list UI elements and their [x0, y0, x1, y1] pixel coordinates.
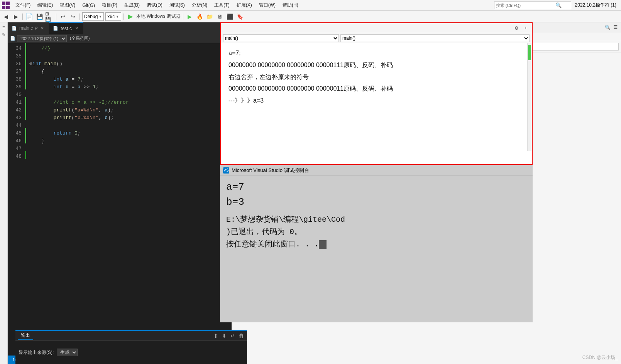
ln-40: 40 [8, 91, 22, 99]
fire-btn[interactable]: 🔥 [196, 12, 204, 21]
menu-view[interactable]: 视图(V) [57, 1, 78, 9]
exp-scrollbar-thumb [528, 45, 531, 60]
code-lines[interactable]: //} ⊖int main() { int a = 7; int b = a >… [26, 43, 232, 356]
tab-mainc[interactable]: 📄 main.c ₽ ✕ [8, 22, 49, 34]
platform-arrow: ▼ [116, 15, 119, 19]
menu-help[interactable]: 帮助(H) [279, 1, 301, 9]
output-source-label: 显示输出来源(S): [19, 349, 54, 356]
new-file-btn[interactable]: 📄 [25, 12, 34, 21]
debug-content: a=7 b=3 E:\梦想杂货铺\编程\gitee\Cod )已退出，代码为 0… [220, 176, 533, 322]
exp-line-3: 00000000 00000000 00000000 00000011原码、反码… [228, 83, 524, 94]
debug-line-b: b=3 [226, 195, 526, 210]
exp-line-4: ---》》》a=3 [228, 95, 524, 106]
cursor-block [319, 240, 327, 249]
menu-file[interactable]: 文件(F) [12, 1, 34, 9]
run-label: 本地 Windows 调试器 [136, 13, 181, 20]
line-numbers: 34 35 36 37 38 39 40 41 42 43 44 45 46 4… [8, 43, 25, 356]
sep3 [80, 13, 80, 20]
code-line-46: } [29, 137, 228, 145]
menu-bar: 文件(F) 编辑(E) 视图(V) Git(G) 项目(P) 生成(B) 调试(… [0, 0, 621, 11]
menu-edit[interactable]: 编辑(E) [34, 1, 56, 9]
sol-search-btn[interactable]: 🔍 [604, 24, 611, 31]
exp-func-select-right[interactable]: main() [340, 34, 530, 42]
ln-34: 34 [8, 45, 22, 52]
ln-44: 44 [8, 122, 22, 130]
search-icon: 🔍 [555, 2, 562, 8]
output-ctrl-clear[interactable]: 🗑 [238, 332, 245, 339]
exp-line-2: 右边舍弃，左边补原来的符号 [228, 72, 524, 83]
config-dropdown[interactable]: Debug ▼ [82, 12, 104, 21]
activity-icon-2[interactable]: ✎ [1, 32, 7, 38]
sep4 [124, 13, 124, 20]
tab-testc-label: test.c [61, 26, 72, 31]
location-select[interactable]: 2022.10.2操作符 (1) [17, 35, 67, 42]
toolbar: ◀ ▶ 📄 💾 ⊞💾 ↩ ↪ Debug ▼ x64 ▼ ▶ 本地 Window… [0, 11, 621, 22]
platform-dropdown[interactable]: x64 ▼ [105, 12, 121, 21]
run-btn[interactable]: ▶ [126, 12, 135, 21]
ln-37: 37 [8, 68, 22, 76]
code-editor[interactable]: 34 35 36 37 38 39 40 41 42 43 44 45 46 4… [8, 43, 232, 356]
tab-mainc-label: main.c [19, 25, 33, 31]
menu-window[interactable]: 窗口(W) [256, 1, 279, 9]
activity-icon-1[interactable]: ≡ [1, 24, 7, 30]
svg-rect-3 [6, 6, 10, 9]
menu-build[interactable]: 生成(B) [121, 1, 143, 9]
undo-btn[interactable]: ↩ [59, 12, 67, 21]
exp-scrollbar[interactable] [527, 43, 532, 151]
search-box[interactable]: 🔍 [494, 2, 571, 9]
window-title: 2022.10.2操作符 (1) [572, 2, 619, 8]
sol-options-btn[interactable]: ☰ [612, 24, 619, 31]
debug-start-btn[interactable]: ▶ [186, 12, 194, 21]
exp-func-bar: main() main() [221, 33, 532, 43]
menu-extensions[interactable]: 扩展(X) [234, 1, 255, 9]
debug-path-line2: )已退出，代码为 0。 [226, 226, 526, 238]
monitor-btn[interactable]: 🖥 [216, 12, 224, 21]
output-ctrl-up[interactable]: ⬆ [212, 332, 219, 339]
ln-43: 43 [8, 114, 22, 122]
exp-settings-btn[interactable]: ⚙ [513, 24, 520, 32]
code-line-34: //} [29, 45, 228, 52]
menu-debug[interactable]: 调试(D) [144, 1, 166, 9]
menu-test[interactable]: 测试(S) [166, 1, 188, 9]
debug-title-bar: VS Microsoft Visual Studio 调试控制台 [220, 165, 533, 176]
tab-testc[interactable]: 📄 test.c ✕ [49, 22, 83, 34]
ln-48: 48 [8, 153, 22, 160]
menu-analyze[interactable]: 分析(N) [189, 1, 211, 9]
exp-content: a=7; 00000000 00000000 00000000 00000111… [221, 43, 532, 164]
code-line-36: ⊖int main() [29, 60, 228, 68]
location-icon: 📄 [10, 36, 15, 41]
tab-mainc-close[interactable]: ✕ [40, 25, 45, 31]
save-all-btn[interactable]: ⊞💾 [45, 12, 54, 21]
forward-btn[interactable]: ▶ [12, 12, 20, 21]
debug-path-line3: 按任意键关闭此窗口. . . [226, 238, 526, 251]
code-line-45: return 0; [29, 130, 228, 137]
explanation-panel: ⚙ + main() main() a=7; 00000000 00000000… [220, 22, 533, 165]
sep1 [22, 13, 23, 20]
config-arrow: ▼ [98, 15, 102, 19]
folder-btn[interactable]: 📁 [206, 12, 214, 21]
ln-35: 35 [8, 52, 22, 60]
search-input[interactable] [496, 3, 554, 8]
bookmark-btn[interactable]: 🔖 [236, 12, 244, 21]
step-over-btn[interactable]: ⬛ [226, 12, 234, 21]
exp-line-1: 00000000 00000000 00000000 00000111原码、反码… [228, 60, 524, 71]
app-logo [2, 1, 10, 10]
output-ctrl-down[interactable]: ⬇ [221, 332, 228, 339]
save-btn[interactable]: 💾 [35, 12, 44, 21]
sep5 [183, 13, 183, 20]
output-source-select[interactable]: 生成 [57, 349, 78, 356]
tab-testc-close[interactable]: ✕ [74, 25, 79, 31]
menu-tools[interactable]: 工具(T) [211, 1, 232, 9]
main-layout: ≡ ✎ 📄 main.c ₽ ✕ 📄 test.c ✕ 📄 2022.10.2操… [0, 22, 621, 364]
output-tab-output[interactable]: 输出 [18, 331, 33, 340]
editor-area: 📄 main.c ₽ ✕ 📄 test.c ✕ 📄 2022.10.2操作符 (… [8, 22, 232, 364]
exp-func-select-left[interactable]: main() [223, 34, 339, 42]
output-controls: ⬆ ⬇ ↵ 🗑 [212, 332, 245, 339]
back-btn[interactable]: ◀ [2, 12, 10, 21]
exp-plus-btn[interactable]: + [522, 24, 530, 32]
redo-btn[interactable]: ↪ [69, 12, 77, 21]
menu-git[interactable]: Git(G) [79, 2, 98, 9]
code-line-44 [29, 122, 228, 130]
output-ctrl-wrap[interactable]: ↵ [229, 332, 236, 339]
menu-project[interactable]: 项目(P) [99, 1, 120, 9]
